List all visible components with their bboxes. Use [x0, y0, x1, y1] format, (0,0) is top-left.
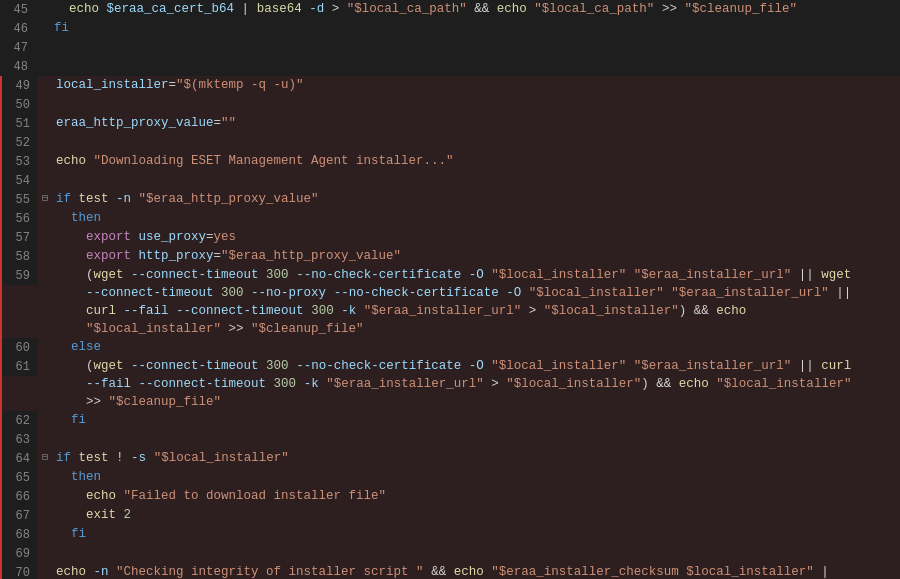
line-content-46: fi — [50, 19, 900, 37]
line-content-50 — [52, 95, 900, 113]
line-num-50: 50 — [2, 95, 38, 114]
line-content-60: else — [52, 338, 900, 356]
code-line-59: 59 (wget --connect-timeout 300 --no-chec… — [0, 266, 900, 338]
line-content-47 — [50, 38, 900, 56]
line-content-67: exit 2 — [52, 506, 900, 524]
line-num-64: 64 — [2, 449, 38, 468]
code-line-66: 66 echo "Failed to download installer fi… — [0, 487, 900, 506]
line-num-46: 46 — [0, 19, 36, 38]
code-line-58: 58 export http_proxy="$eraa_http_proxy_v… — [0, 247, 900, 266]
code-line-55: 55 ⊟ if test -n "$eraa_http_proxy_value" — [0, 190, 900, 209]
code-line-50: 50 — [0, 95, 900, 114]
code-line-53: 53 echo "Downloading ESET Management Age… — [0, 152, 900, 171]
line-num-60: 60 — [2, 338, 38, 357]
line-content-48 — [50, 57, 900, 75]
code-line-52: 52 — [0, 133, 900, 152]
line-num-61: 61 — [2, 357, 38, 376]
code-line-54: 54 — [0, 171, 900, 190]
line-num-57: 57 — [2, 228, 38, 247]
code-line-46: 46 fi — [0, 19, 900, 38]
line-content-66: echo "Failed to download installer file" — [52, 487, 900, 505]
line-content-59: (wget --connect-timeout 300 --no-check-c… — [52, 266, 900, 338]
code-line-68: 68 fi — [0, 525, 900, 544]
line-num-58: 58 — [2, 247, 38, 266]
line-num-69: 69 — [2, 544, 38, 563]
line-content-56: then — [52, 209, 900, 227]
line-content-64: if test ! -s "$local_installer" — [52, 449, 900, 467]
line-num-66: 66 — [2, 487, 38, 506]
line-content-62: fi — [52, 411, 900, 429]
line-num-54: 54 — [2, 171, 38, 190]
line-num-68: 68 — [2, 525, 38, 544]
line-content-65: then — [52, 468, 900, 486]
line-num-48: 48 — [0, 57, 36, 76]
line-num-45: 45 — [0, 0, 36, 19]
line-num-63: 63 — [2, 430, 38, 449]
line-content-70: echo -n "Checking integrity of installer… — [52, 563, 900, 579]
code-line-47: 47 — [0, 38, 900, 57]
line-content-45: echo $eraa_ca_cert_b64 | base64 -d > "$l… — [50, 0, 900, 18]
line-num-70: 70 — [2, 563, 38, 579]
line-content-68: fi — [52, 525, 900, 543]
line-num-65: 65 — [2, 468, 38, 487]
line-num-51: 51 — [2, 114, 38, 133]
code-line-65: 65 then — [0, 468, 900, 487]
line-num-53: 53 — [2, 152, 38, 171]
code-line-61: 61 (wget --connect-timeout 300 --no-chec… — [0, 357, 900, 411]
line-num-47: 47 — [0, 38, 36, 57]
line-content-63 — [52, 430, 900, 448]
line-content-57: export use_proxy=yes — [52, 228, 900, 246]
fold-64[interactable]: ⊟ — [38, 449, 52, 467]
code-line-62: 62 fi — [0, 411, 900, 430]
line-content-53: echo "Downloading ESET Management Agent … — [52, 152, 900, 170]
line-num-56: 56 — [2, 209, 38, 228]
code-line-45: 45 echo $eraa_ca_cert_b64 | base64 -d > … — [0, 0, 900, 19]
line-num-62: 62 — [2, 411, 38, 430]
line-content-54 — [52, 171, 900, 189]
line-content-52 — [52, 133, 900, 151]
code-line-64: 64 ⊟ if test ! -s "$local_installer" — [0, 449, 900, 468]
code-line-67: 67 exit 2 — [0, 506, 900, 525]
code-line-70: 70 echo -n "Checking integrity of instal… — [0, 563, 900, 579]
code-line-49: 49 local_installer="$(mktemp -q -u)" — [0, 76, 900, 95]
line-num-49: 49 — [2, 76, 38, 95]
line-content-51: eraa_http_proxy_value="" — [52, 114, 900, 132]
code-line-51: 51 eraa_http_proxy_value="" — [0, 114, 900, 133]
line-content-49: local_installer="$(mktemp -q -u)" — [52, 76, 900, 94]
line-num-59: 59 — [2, 266, 38, 285]
line-num-67: 67 — [2, 506, 38, 525]
code-line-57: 57 export use_proxy=yes — [0, 228, 900, 247]
code-line-48: 48 — [0, 57, 900, 76]
code-editor: 45 echo $eraa_ca_cert_b64 | base64 -d > … — [0, 0, 900, 579]
code-line-56: 56 then — [0, 209, 900, 228]
line-content-55: if test -n "$eraa_http_proxy_value" — [52, 190, 900, 208]
code-line-69: 69 — [0, 544, 900, 563]
line-content-69 — [52, 544, 900, 562]
line-num-55: 55 — [2, 190, 38, 209]
line-num-52: 52 — [2, 133, 38, 152]
code-line-60: 60 else — [0, 338, 900, 357]
line-content-61: (wget --connect-timeout 300 --no-check-c… — [52, 357, 900, 411]
code-line-63: 63 — [0, 430, 900, 449]
fold-55[interactable]: ⊟ — [38, 190, 52, 208]
line-content-58: export http_proxy="$eraa_http_proxy_valu… — [52, 247, 900, 265]
